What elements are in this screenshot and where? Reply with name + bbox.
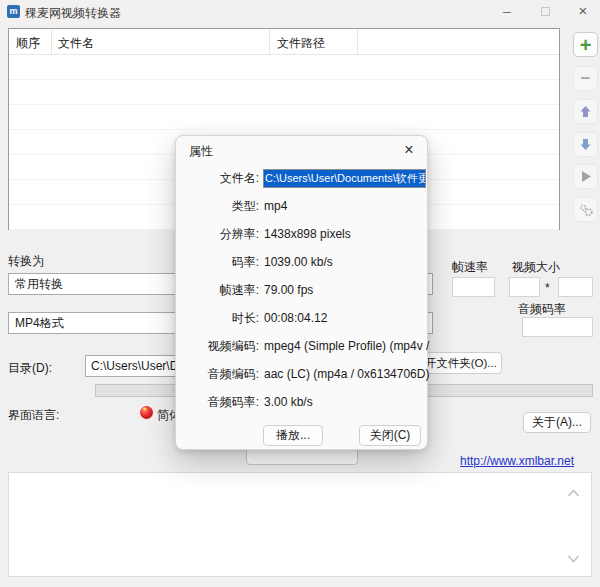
move-up-button[interactable] xyxy=(573,99,598,124)
table-row xyxy=(9,105,559,130)
column-header-order[interactable]: 顺序 xyxy=(16,35,40,52)
scroll-down-icon[interactable] xyxy=(567,554,580,563)
column-divider[interactable] xyxy=(51,29,52,55)
property-value: 79.00 fps xyxy=(259,283,313,297)
arrow-up-icon xyxy=(579,105,592,118)
property-value: mp4 xyxy=(259,199,287,213)
frame-rate-input[interactable] xyxy=(452,277,495,297)
property-value: aac (LC) (mp4a / 0x6134706D) xyxy=(259,367,429,381)
flag-star: ★ xyxy=(142,405,147,412)
title-bar: m 稞麦网视频转换器 – × xyxy=(0,0,600,24)
property-row-filename: 文件名: C:\Users\User\Documents\软件更新流程.mp4 xyxy=(176,164,429,192)
maximize-icon xyxy=(541,7,550,16)
window-title: 稞麦网视频转换器 xyxy=(25,5,121,22)
filename-input[interactable]: C:\Users\User\Documents\软件更新流程.mp4 xyxy=(263,169,426,188)
property-label: 时长: xyxy=(176,310,259,327)
column-header-filename[interactable]: 文件名 xyxy=(58,35,94,52)
property-row-audio-bitrate: 音频码率: 3.00 kb/s xyxy=(176,388,429,416)
property-label: 文件名: xyxy=(176,170,259,187)
video-height-input[interactable] xyxy=(558,277,593,297)
column-header-filepath[interactable]: 文件路径 xyxy=(277,35,325,52)
remove-file-button[interactable]: − xyxy=(573,66,598,91)
close-window-button[interactable]: × xyxy=(570,2,596,21)
preset-value: 常用转换 xyxy=(15,277,63,291)
language-label: 界面语言: xyxy=(8,407,59,424)
dialog-close-button[interactable]: 关闭(C) xyxy=(359,425,421,446)
video-size-label: 视频大小 xyxy=(512,259,560,276)
start-conversion-button[interactable] xyxy=(573,164,598,189)
format-value: MP4格式 xyxy=(15,316,64,330)
size-separator: * xyxy=(545,281,550,295)
property-row-resolution: 分辨率: 1438x898 pixels xyxy=(176,220,429,248)
video-width-input[interactable] xyxy=(509,277,540,297)
play-button[interactable]: 播放... xyxy=(263,425,323,446)
property-label: 码率: xyxy=(176,254,259,271)
frame-rate-label: 帧速率 xyxy=(452,259,488,276)
gears-icon xyxy=(578,202,594,218)
log-textarea[interactable] xyxy=(8,472,592,577)
scroll-up-icon[interactable] xyxy=(567,489,580,498)
column-divider[interactable] xyxy=(269,29,270,55)
property-row-audio-codec: 音频编码: aac (LC) (mp4a / 0x6134706D) xyxy=(176,360,429,388)
property-value: 3.00 kb/s xyxy=(259,395,313,409)
maximize-button[interactable] xyxy=(532,2,558,21)
china-flag-icon: ★ xyxy=(140,406,153,419)
property-label: 音频码率: xyxy=(176,394,259,411)
table-row xyxy=(9,55,559,80)
about-button[interactable]: 关于(A)... xyxy=(523,412,591,433)
property-label: 类型: xyxy=(176,198,259,215)
properties-list: 文件名: C:\Users\User\Documents\软件更新流程.mp4 … xyxy=(176,164,429,416)
column-divider[interactable] xyxy=(357,29,358,55)
dialog-close-icon[interactable]: × xyxy=(397,139,421,161)
property-label: 音频编码: xyxy=(176,366,259,383)
settings-button[interactable] xyxy=(573,197,598,222)
property-row-duration: 时长: 00:08:04.12 xyxy=(176,304,429,332)
add-file-button[interactable]: + xyxy=(573,32,598,57)
property-value: 1438x898 pixels xyxy=(259,227,351,241)
property-row-type: 类型: mp4 xyxy=(176,192,429,220)
property-label: 视频编码: xyxy=(176,338,259,355)
properties-dialog: 属性 × 文件名: C:\Users\User\Documents\软件更新流程… xyxy=(175,135,428,450)
property-value: 00:08:04.12 xyxy=(259,311,327,325)
audio-bitrate-input[interactable] xyxy=(522,317,593,337)
property-value: 1039.00 kb/s xyxy=(259,255,333,269)
directory-label: 目录(D): xyxy=(8,360,52,377)
convert-to-label: 转换为 xyxy=(8,253,44,270)
dialog-title: 属性 xyxy=(189,143,213,160)
table-row xyxy=(9,80,559,105)
audio-bitrate-label: 音频码率 xyxy=(518,301,566,318)
property-row-framerate: 帧速率: 79.00 fps xyxy=(176,276,429,304)
property-label: 分辨率: xyxy=(176,226,259,243)
minimize-button[interactable]: – xyxy=(494,2,520,21)
property-label: 帧速率: xyxy=(176,282,259,299)
website-link[interactable]: http://www.xmlbar.net xyxy=(460,454,574,468)
move-down-button[interactable] xyxy=(573,132,598,157)
app-window: m 稞麦网视频转换器 – × 顺序 文件名 文件路径 + − xyxy=(0,0,600,587)
property-row-video-codec: 视频编码: mpeg4 (Simple Profile) (mp4v / xyxy=(176,332,429,360)
property-value: mpeg4 (Simple Profile) (mp4v / xyxy=(259,339,429,353)
app-icon: m xyxy=(7,5,20,18)
selected-text: C:\Users\User\Documents\软件更新流程.mp4 xyxy=(264,170,426,187)
play-icon xyxy=(578,169,593,184)
arrow-down-icon xyxy=(579,138,592,151)
table-header: 顺序 文件名 文件路径 xyxy=(9,29,559,55)
property-row-bitrate: 码率: 1039.00 kb/s xyxy=(176,248,429,276)
